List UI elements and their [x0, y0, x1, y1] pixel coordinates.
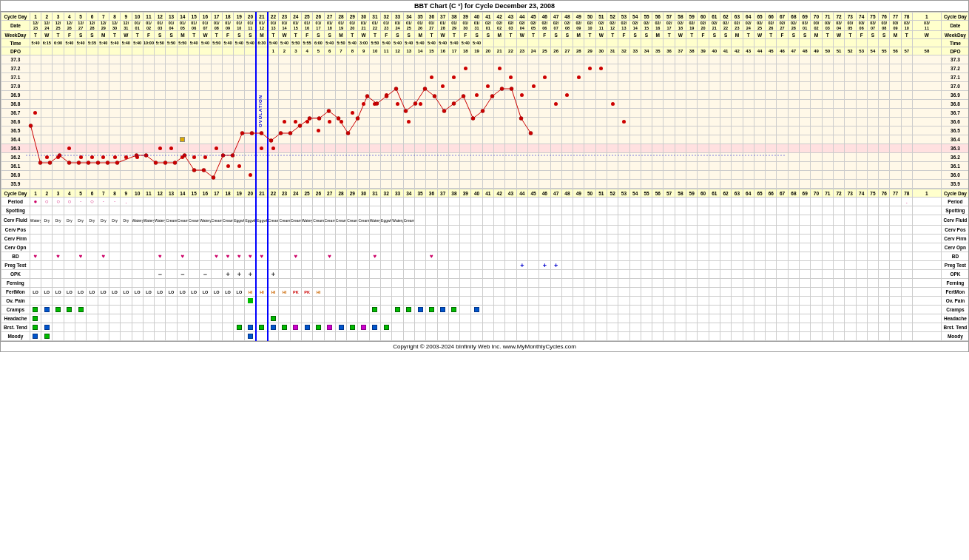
weekday-cell: W [41, 31, 53, 39]
misc-cell [595, 314, 607, 323]
misc-cell [155, 226, 166, 235]
cycle-day-bottom-cell: 30 [358, 189, 369, 198]
temp-cell [189, 91, 200, 100]
temp-cell [482, 82, 493, 91]
temp-cell [290, 82, 301, 91]
temp-cell [313, 91, 324, 100]
bd-label-right: BD [941, 252, 969, 261]
temp-cell [788, 73, 799, 82]
temp-cell [743, 153, 754, 162]
misc-cell [53, 235, 64, 243]
cervfluid-label: Cerv Fluid [1, 215, 30, 226]
misc-cell [211, 332, 222, 341]
misc-cell [189, 332, 200, 341]
temp-cell [403, 118, 414, 126]
temp-cell [618, 135, 629, 144]
pregtest-cell [629, 261, 641, 270]
misc-cell [482, 206, 493, 215]
temp-cell [177, 171, 188, 180]
cycle-day-cell: 19 [234, 13, 245, 21]
temp-cell [414, 126, 425, 135]
temp-cell [98, 82, 109, 91]
fertmon-cell [392, 288, 403, 297]
misc-cell [856, 279, 867, 288]
temp-cell [53, 144, 64, 153]
bd-cell [109, 252, 120, 261]
misc-cell [53, 332, 64, 341]
temp-cell [913, 118, 942, 126]
time-cell [607, 39, 618, 47]
misc-cell [573, 323, 584, 332]
temp-cell [561, 153, 573, 162]
temp-cell [301, 171, 312, 180]
period-cell [539, 198, 550, 206]
brst.-tend-label: Brst. Tend [1, 323, 30, 332]
temp-cell [822, 91, 833, 100]
cycle-day-bottom-cell: 48 [561, 189, 573, 198]
temp-cell [268, 100, 279, 109]
misc-cell [166, 243, 177, 252]
misc-cell [833, 297, 844, 306]
temp-label-right: 36.6 [941, 118, 969, 126]
temp-cell [75, 109, 87, 118]
temp-cell [471, 126, 482, 135]
temp-cell [550, 180, 561, 189]
temp-cell [595, 100, 607, 109]
opk-cell [471, 270, 482, 279]
opk-cell [845, 270, 856, 279]
cycle-day-cell: 13 [166, 13, 177, 21]
temp-cell [403, 162, 414, 171]
misc-cell [98, 323, 109, 332]
misc-cell [222, 314, 233, 323]
misc-cell [845, 314, 856, 323]
temp-cell [652, 64, 664, 73]
temp-cell [132, 64, 143, 73]
misc-cell [189, 279, 200, 288]
misc-cell [460, 306, 471, 314]
temp-cell [584, 64, 595, 73]
time-cell: 5:50 [166, 39, 177, 47]
time-cell [584, 39, 595, 47]
temp-cell [516, 73, 527, 82]
temp-dot [430, 75, 433, 79]
misc-cell [177, 279, 188, 288]
yellow-marker [180, 137, 185, 142]
dpo-cell [155, 47, 166, 55]
misc-cell [664, 323, 675, 332]
misc-cell [347, 235, 358, 243]
temp-cell [867, 118, 878, 126]
temp-cell [335, 109, 346, 118]
cervfluid-cell: Creamy [211, 215, 222, 226]
misc-cell [234, 226, 245, 235]
cycle-day-cell: 76 [879, 13, 890, 21]
misc-cell [618, 323, 629, 332]
cycle-day-bottom-cell: 18 [222, 189, 233, 198]
date-cell: 12/29 [98, 21, 109, 31]
misc-cell [595, 306, 607, 314]
temp-cell [256, 162, 267, 171]
temp-cell [200, 82, 211, 91]
temp-cell [392, 73, 403, 82]
temp-cell [313, 100, 324, 109]
misc-cell [618, 306, 629, 314]
misc-cell [245, 314, 256, 323]
misc-cell [121, 206, 132, 215]
temp-cell [527, 82, 538, 91]
cycle-day-bottom-cell: 46 [539, 189, 550, 198]
temp-cell [584, 153, 595, 162]
misc-cell [652, 332, 664, 341]
fertmon-cell: LO [166, 288, 177, 297]
temp-cell [595, 91, 607, 100]
bd-cell [189, 252, 200, 261]
misc-cell [471, 323, 482, 332]
temp-label-right: 36.5 [941, 126, 969, 135]
temp-cell [75, 73, 87, 82]
temp-cell [98, 135, 109, 144]
time-cell: 5:40 [75, 39, 87, 47]
temp-cell [800, 171, 811, 180]
temp-cell [494, 135, 505, 144]
temp-cell [584, 126, 595, 135]
misc-row-label-right: Cerv Pos [941, 226, 969, 235]
misc-cell [301, 323, 312, 332]
temp-cell [392, 118, 403, 126]
